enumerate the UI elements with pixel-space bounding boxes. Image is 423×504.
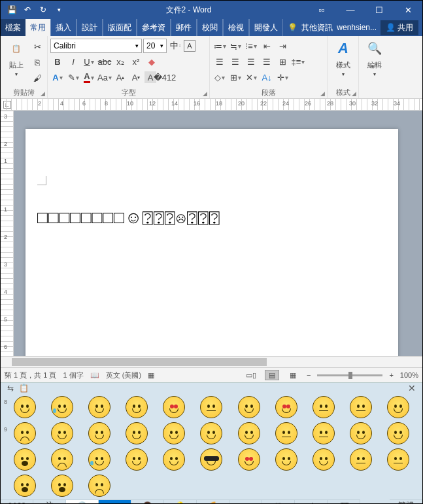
emoji-smile[interactable] xyxy=(269,448,303,471)
text-effects-icon[interactable]: A▾ xyxy=(50,70,65,84)
cut-icon[interactable]: ✂ xyxy=(30,39,44,54)
emoji-cool[interactable] xyxy=(194,448,229,471)
tab-references[interactable]: 參考資 xyxy=(137,19,171,36)
font-name-combo[interactable]: Calibri▾ xyxy=(50,39,142,53)
grow-font-icon[interactable]: A▴ xyxy=(113,70,127,84)
shading-icon[interactable]: ◇▾ xyxy=(212,70,227,84)
emoji-smile[interactable] xyxy=(306,448,341,471)
copy-icon[interactable]: ⎘ xyxy=(30,55,44,69)
ime-tab-0[interactable]: &123 xyxy=(1,499,33,504)
word-count[interactable]: 1 個字 xyxy=(63,370,83,380)
zoom-thumb[interactable] xyxy=(348,372,352,379)
zoom-slider[interactable] xyxy=(317,374,382,376)
ribbon-options-icon[interactable]: ▫▫ xyxy=(307,1,336,19)
tell-me-icon[interactable]: 💡 xyxy=(288,23,297,32)
justify-icon[interactable]: ☰ xyxy=(260,54,274,69)
show-marks-icon[interactable]: ✛▾ xyxy=(275,70,290,84)
horizontal-ruler[interactable]: ∟ 246810121416182022242628303234 xyxy=(1,99,422,111)
ime-tab-10[interactable]: ⌫ xyxy=(328,499,360,504)
format-painter-icon[interactable]: 🖌 xyxy=(30,71,44,85)
vertical-ruler[interactable]: 321123456789 xyxy=(1,111,14,356)
highlight-icon[interactable]: ✎▾ xyxy=(66,70,80,84)
emoji-smile[interactable] xyxy=(120,422,154,444)
ime-tab-4[interactable]: 👧 xyxy=(131,499,164,504)
close-button[interactable]: ✕ xyxy=(394,1,422,19)
ime-clipboard-icon[interactable]: 📋 xyxy=(19,384,29,393)
tab-view[interactable]: 檢視 xyxy=(223,19,249,36)
emoji-rofl[interactable] xyxy=(44,396,79,418)
bold-button[interactable]: B xyxy=(50,54,65,69)
save-icon[interactable]: 💾 xyxy=(5,3,19,17)
emoji-xeyes[interactable] xyxy=(82,475,116,497)
underline-button[interactable]: U▾ xyxy=(82,54,96,69)
zoom-level[interactable]: 100% xyxy=(400,371,418,379)
scroll-thumb[interactable] xyxy=(12,358,267,366)
emoji-tongue[interactable] xyxy=(157,448,192,471)
tab-insert[interactable]: 插入 xyxy=(50,19,76,36)
editing-button[interactable]: 🔍 編輯 ▾ xyxy=(362,38,388,77)
phonetic-guide-icon[interactable]: 中⁞ xyxy=(168,39,182,53)
sort-icon[interactable]: A↓ xyxy=(260,70,274,84)
shrink-font-icon[interactable]: A▾ xyxy=(129,70,143,84)
emoji-weary[interactable] xyxy=(44,448,79,471)
emoji-cold[interactable] xyxy=(44,475,79,497)
styles-button[interactable]: A 樣式 ▾ xyxy=(330,38,356,77)
emoji-tired[interactable] xyxy=(7,422,42,444)
emoji-grin[interactable] xyxy=(82,422,116,444)
emoji-smile[interactable] xyxy=(157,422,192,444)
strikethrough-button[interactable]: abc xyxy=(97,54,112,69)
emoji-think[interactable] xyxy=(306,422,341,444)
user-name[interactable]: wenhsien... xyxy=(337,23,377,32)
emoji-smile[interactable] xyxy=(231,422,266,444)
undo-icon[interactable]: ↶ xyxy=(20,3,35,17)
emoji-smile[interactable] xyxy=(120,448,154,471)
page-count[interactable]: 第 1 頁，共 1 頁 xyxy=(5,370,56,380)
distributed-icon[interactable]: ⊞ xyxy=(275,54,290,69)
emoji-halo[interactable] xyxy=(194,422,229,444)
align-left-icon[interactable]: ☰ xyxy=(212,54,227,69)
ime-tab-9[interactable]: ;-) xyxy=(295,499,328,504)
share-button[interactable]: 👤 共用 xyxy=(381,20,418,35)
tab-design[interactable]: 設計 xyxy=(76,19,103,36)
emoji-smile[interactable] xyxy=(120,396,154,418)
maximize-button[interactable]: ☐ xyxy=(365,1,394,19)
ime-nav-icon[interactable]: ⇆ xyxy=(7,384,14,393)
emoji-hearteyes[interactable] xyxy=(269,396,303,418)
paste-button[interactable]: 📋 貼上 ▾ xyxy=(3,38,29,85)
font-color-icon[interactable]: A▾ xyxy=(82,70,96,84)
font-size-combo[interactable]: 20▾ xyxy=(143,39,167,53)
emoji-smile[interactable] xyxy=(231,396,266,418)
bullets-icon[interactable]: ≔▾ xyxy=(212,39,227,53)
page-scroll[interactable]: □□□□□□□□☺⍰⍰⍰☹⍰⍰⍰ xyxy=(14,111,422,356)
paragraph-dialog-icon[interactable]: ◢ xyxy=(320,90,325,97)
emoji-smile[interactable] xyxy=(344,422,379,444)
clear-formatting-icon[interactable]: ◆ xyxy=(144,54,159,69)
tab-developer[interactable]: 開發人 xyxy=(249,19,283,36)
ime-tab-7[interactable]: 🚗 xyxy=(229,499,262,504)
ime-tab-3[interactable]: ☺ xyxy=(99,499,131,504)
emoji-flushed[interactable] xyxy=(344,396,379,418)
tab-home[interactable]: 常用 xyxy=(25,19,50,36)
emoji-surprised[interactable] xyxy=(7,448,42,471)
emoji-neutral[interactable] xyxy=(194,396,229,418)
ime-tab-1[interactable]: 注 xyxy=(33,499,66,504)
emoji-zipper[interactable] xyxy=(381,448,416,471)
print-layout-icon[interactable]: ▤ xyxy=(265,370,279,380)
emoji-joy[interactable] xyxy=(82,448,116,471)
ime-tab-2[interactable]: 🕐 xyxy=(66,499,99,504)
emoji-smile[interactable] xyxy=(381,422,416,444)
tab-layout[interactable]: 版面配 xyxy=(103,19,137,36)
redo-icon[interactable]: ↻ xyxy=(36,3,50,17)
decrease-indent-icon[interactable]: ⇤ xyxy=(260,39,274,53)
align-right-icon[interactable]: ☰ xyxy=(244,54,258,69)
emoji-lovey[interactable] xyxy=(231,448,266,471)
emoji-hearts[interactable] xyxy=(157,396,192,418)
read-mode-icon[interactable]: ▭▯ xyxy=(244,370,258,380)
emoji-grin[interactable] xyxy=(44,422,79,444)
zoom-in-button[interactable]: + xyxy=(389,371,393,379)
emoji-smile[interactable] xyxy=(82,396,116,418)
spellcheck-icon[interactable]: 📖 xyxy=(90,371,99,380)
macro-icon[interactable]: ▦ xyxy=(148,371,154,380)
line-spacing-icon[interactable]: ‡≡▾ xyxy=(291,54,305,69)
document-text[interactable]: □□□□□□□□☺⍰⍰⍰☹⍰⍰⍰ xyxy=(37,207,386,228)
